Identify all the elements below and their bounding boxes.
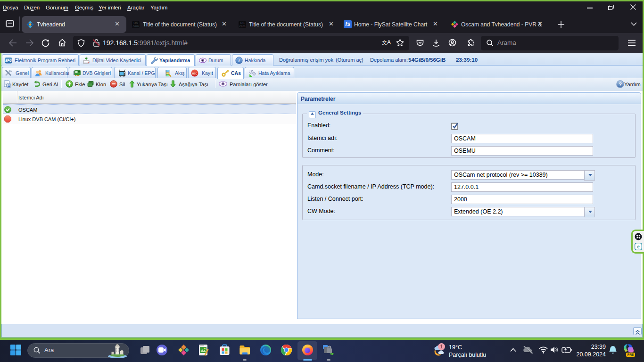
svg-text:?: ?: [619, 82, 622, 87]
svg-text:i: i: [239, 58, 240, 63]
svg-text:EPG: EPG: [5, 59, 12, 62]
svg-text:REC: REC: [192, 72, 198, 75]
svg-text:e: e: [637, 244, 639, 249]
